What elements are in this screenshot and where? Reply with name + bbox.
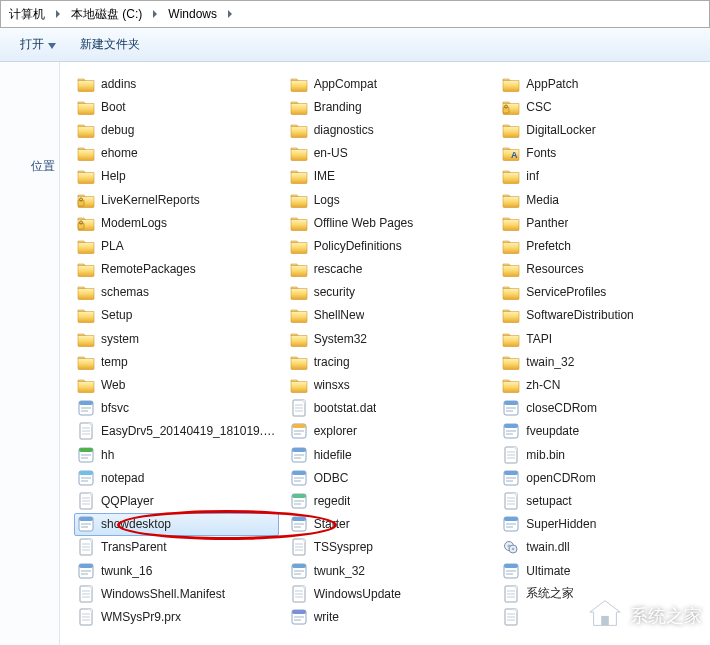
list-item[interactable]: ODBC: [287, 466, 492, 489]
list-item[interactable]: WindowsShell.Manifest: [74, 582, 279, 605]
list-item[interactable]: Offline Web Pages: [287, 211, 492, 234]
svg-rect-73: [292, 564, 306, 568]
list-item[interactable]: Resources: [499, 258, 704, 281]
list-item[interactable]: hh: [74, 443, 279, 466]
address-bar[interactable]: 计算机 本地磁盘 (C:) Windows: [0, 0, 710, 28]
list-item[interactable]: ShellNew: [287, 304, 492, 327]
folder-lock-icon: [77, 214, 95, 232]
list-item[interactable]: addins: [74, 72, 279, 95]
item-label: security: [314, 285, 355, 299]
list-item[interactable]: fveupdate: [499, 420, 704, 443]
list-item[interactable]: bootstat.dat: [287, 397, 492, 420]
list-item[interactable]: en-US: [287, 142, 492, 165]
folder-icon: [77, 98, 95, 116]
folder-icon: [502, 353, 520, 371]
list-item[interactable]: TransParent: [74, 536, 279, 559]
app-icon: [502, 422, 520, 440]
list-item[interactable]: Help: [74, 165, 279, 188]
folder-lock-icon: [77, 191, 95, 209]
list-item[interactable]: ModemLogs: [74, 211, 279, 234]
list-item[interactable]: Branding: [287, 95, 492, 118]
chevron-right-icon[interactable]: [148, 1, 162, 27]
list-item[interactable]: twunk_32: [287, 559, 492, 582]
list-item[interactable]: openCDRom: [499, 466, 704, 489]
svg-rect-100: [504, 471, 518, 475]
item-label: bfsvc: [101, 401, 129, 415]
list-item[interactable]: system: [74, 327, 279, 350]
list-item[interactable]: CSC: [499, 95, 704, 118]
list-item[interactable]: LiveKernelReports: [74, 188, 279, 211]
list-item[interactable]: 系统之家: [499, 582, 704, 605]
list-item[interactable]: AFonts: [499, 142, 704, 165]
app-icon: [290, 562, 308, 580]
list-item[interactable]: temp: [74, 350, 279, 373]
list-item[interactable]: Panther: [499, 211, 704, 234]
chevron-right-icon[interactable]: [51, 1, 65, 27]
list-item[interactable]: Starter: [287, 513, 492, 536]
list-item[interactable]: zh-CN: [499, 373, 704, 396]
list-item[interactable]: twain.dll: [499, 536, 704, 559]
list-item[interactable]: security: [287, 281, 492, 304]
list-item[interactable]: Setup: [74, 304, 279, 327]
list-item[interactable]: setupact: [499, 489, 704, 512]
new-folder-button[interactable]: 新建文件夹: [70, 32, 150, 58]
file-icon: [290, 585, 308, 603]
list-item[interactable]: QQPlayer: [74, 489, 279, 512]
list-item[interactable]: AppPatch: [499, 72, 704, 95]
list-item[interactable]: ServiceProfiles: [499, 281, 704, 304]
list-item[interactable]: SoftwareDistribution: [499, 304, 704, 327]
list-item[interactable]: System32: [287, 327, 492, 350]
item-label: explorer: [314, 424, 357, 438]
list-item[interactable]: WMSysPr9.prx: [74, 605, 279, 628]
chevron-right-icon[interactable]: [223, 1, 237, 27]
list-item[interactable]: ehome: [74, 142, 279, 165]
list-item[interactable]: SuperHidden: [499, 513, 704, 536]
list-item[interactable]: Web: [74, 373, 279, 396]
list-item[interactable]: TSSysprep: [287, 536, 492, 559]
list-item[interactable]: schemas: [74, 281, 279, 304]
list-item[interactable]: diagnostics: [287, 118, 492, 141]
list-item[interactable]: inf: [499, 165, 704, 188]
list-item[interactable]: twunk_16: [74, 559, 279, 582]
list-item[interactable]: Prefetch: [499, 234, 704, 257]
list-item[interactable]: explorer: [287, 420, 492, 443]
breadcrumb-drive[interactable]: 本地磁盘 (C:): [65, 1, 148, 27]
list-item[interactable]: Boot: [74, 95, 279, 118]
list-item[interactable]: bfsvc: [74, 397, 279, 420]
list-item[interactable]: write: [287, 605, 492, 628]
breadcrumb-computer[interactable]: 计算机: [3, 1, 51, 27]
list-item[interactable]: TAPI: [499, 327, 704, 350]
list-item[interactable]: PLA: [74, 234, 279, 257]
list-item[interactable]: twain_32: [499, 350, 704, 373]
list-item[interactable]: hidefile: [287, 443, 492, 466]
file-icon: [77, 538, 95, 556]
list-item[interactable]: notepad: [74, 466, 279, 489]
sidebar-item-recent[interactable]: 位置: [0, 152, 59, 181]
list-item[interactable]: tracing: [287, 350, 492, 373]
svg-rect-17: [79, 471, 93, 475]
list-item[interactable]: closeCDRom: [499, 397, 704, 420]
list-item[interactable]: showdesktop: [74, 513, 279, 536]
open-button[interactable]: 打开: [10, 32, 66, 58]
list-item[interactable]: Ultimate: [499, 559, 704, 582]
list-item[interactable]: rescache: [287, 258, 492, 281]
list-item[interactable]: AppCompat: [287, 72, 492, 95]
list-item[interactable]: Media: [499, 188, 704, 211]
folder-icon: [77, 237, 95, 255]
list-item[interactable]: PolicyDefinitions: [287, 234, 492, 257]
svg-rect-83: [294, 619, 301, 621]
list-item[interactable]: IME: [287, 165, 492, 188]
list-item[interactable]: DigitalLocker: [499, 118, 704, 141]
breadcrumb-folder[interactable]: Windows: [162, 1, 223, 27]
list-item[interactable]: winsxs: [287, 373, 492, 396]
list-item[interactable]: [499, 605, 704, 628]
list-item[interactable]: EasyDrv5_20140419_181019.ed5l...: [74, 420, 279, 443]
list-item[interactable]: WindowsUpdate: [287, 582, 492, 605]
list-item[interactable]: Logs: [287, 188, 492, 211]
list-item[interactable]: debug: [74, 118, 279, 141]
file-list[interactable]: addinsBootdebugehomeHelpLiveKernelReport…: [60, 62, 710, 645]
list-item[interactable]: regedit: [287, 489, 492, 512]
list-item[interactable]: RemotePackages: [74, 258, 279, 281]
folder-icon: [290, 121, 308, 139]
list-item[interactable]: mib.bin: [499, 443, 704, 466]
